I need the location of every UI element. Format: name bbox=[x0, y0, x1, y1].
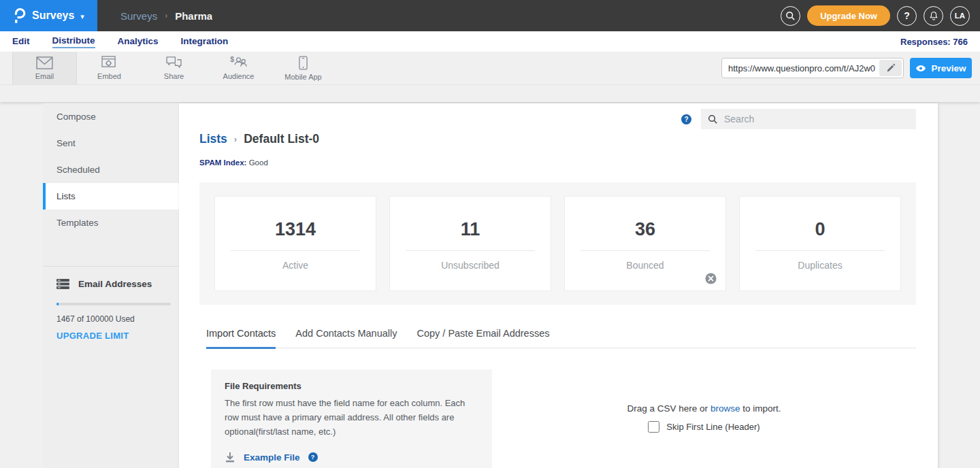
email-usage-text: 1467 of 100000 Used bbox=[56, 314, 165, 324]
tab-copy-paste-email-addresses[interactable]: Copy / Paste Email Addresses bbox=[416, 328, 549, 348]
breadcrumb: Surveys › Pharma bbox=[120, 10, 212, 22]
stat-card-unsubscribed[interactable]: 11 Unsubscribed bbox=[389, 196, 551, 291]
stat-card-duplicates[interactable]: 0 Duplicates bbox=[739, 196, 901, 291]
current-list-name: Default List-0 bbox=[244, 132, 319, 146]
survey-url-input[interactable] bbox=[722, 63, 878, 73]
file-requirements-title: File Requirements bbox=[225, 381, 478, 391]
channel-mobile-app[interactable]: Mobile App bbox=[271, 52, 336, 84]
upgrade-now-button[interactable]: Upgrade Now bbox=[807, 5, 890, 26]
file-requirements-body: The first row must have the field name f… bbox=[225, 397, 470, 439]
stat-value: 0 bbox=[740, 219, 900, 240]
stat-card-active[interactable]: 1314 Active bbox=[214, 196, 376, 291]
channel-tabs: Email Embed Share $ Audience bbox=[12, 52, 336, 84]
edit-url-button[interactable] bbox=[879, 60, 902, 76]
lists-link[interactable]: Lists bbox=[199, 132, 227, 146]
email-sidebar: Compose Sent Scheduled Lists Templates E… bbox=[43, 103, 179, 468]
csv-dropzone[interactable]: Drag a CSV here or browse to import. Ski… bbox=[492, 369, 916, 468]
stat-value: 11 bbox=[390, 219, 551, 240]
tab-edit[interactable]: Edit bbox=[12, 36, 30, 48]
divider bbox=[581, 250, 710, 251]
example-file-help-icon[interactable]: ? bbox=[308, 452, 318, 462]
tab-import-contacts[interactable]: Import Contacts bbox=[206, 328, 276, 349]
survey-url-field bbox=[721, 58, 904, 78]
search-icon bbox=[708, 114, 718, 124]
search-icon bbox=[785, 11, 796, 21]
tab-analytics[interactable]: Analytics bbox=[118, 36, 159, 48]
survey-url-group: Preview bbox=[721, 52, 972, 84]
embed-browser-gear-icon bbox=[101, 56, 117, 69]
stat-label: Active bbox=[215, 260, 376, 271]
dropzone-text: Drag a CSV here or bbox=[627, 403, 710, 414]
channel-email[interactable]: Email bbox=[12, 52, 77, 84]
skip-first-line-checkbox[interactable] bbox=[648, 421, 659, 433]
sidebar-item-compose[interactable]: Compose bbox=[43, 103, 179, 130]
download-icon bbox=[225, 452, 235, 463]
tab-integration[interactable]: Integration bbox=[181, 36, 229, 48]
svg-text:$: $ bbox=[230, 56, 234, 63]
example-file-link[interactable]: Example File bbox=[244, 452, 300, 463]
sidebar-item-scheduled[interactable]: Scheduled bbox=[43, 156, 179, 183]
question-mark-icon: ? bbox=[904, 10, 910, 21]
skip-first-line-label[interactable]: Skip First Line (Header) bbox=[666, 422, 760, 432]
app-menu[interactable]: Surveys ▾ bbox=[0, 0, 97, 31]
list-search-box bbox=[701, 109, 916, 129]
top-header: Surveys ▾ Surveys › Pharma Upgrade Now ?… bbox=[0, 0, 980, 31]
tab-distribute[interactable]: Distribute bbox=[52, 35, 95, 48]
channel-label: Share bbox=[164, 72, 184, 80]
preview-button[interactable]: Preview bbox=[910, 58, 972, 78]
help-icon[interactable]: ? bbox=[681, 114, 691, 124]
stat-label: Unsubscribed bbox=[390, 260, 551, 271]
notifications-button[interactable] bbox=[924, 6, 943, 26]
spam-index-label[interactable]: SPAM Index: bbox=[199, 158, 246, 167]
channel-embed[interactable]: Embed bbox=[77, 52, 142, 84]
header-actions: Upgrade Now ? LA bbox=[781, 5, 970, 26]
channel-share[interactable]: Share bbox=[142, 52, 206, 84]
breadcrumb-separator: › bbox=[234, 134, 237, 144]
questionpro-logo-icon bbox=[13, 7, 26, 24]
list-breadcrumb: Lists › Default List-0 bbox=[199, 132, 319, 146]
mobile-phone-icon bbox=[299, 56, 308, 70]
divider bbox=[231, 250, 360, 251]
sidebar-item-lists[interactable]: Lists bbox=[43, 183, 179, 210]
stat-value: 36 bbox=[565, 219, 725, 240]
lists-panel: ? Lists › Default List-0 SPAM Index: Goo… bbox=[179, 103, 938, 468]
channel-label: Mobile App bbox=[284, 73, 321, 81]
pencil-icon bbox=[886, 63, 896, 73]
email-addresses-section: Email Addresses 1467 of 100000 Used UPGR… bbox=[43, 266, 179, 341]
spam-index: SPAM Index: Good bbox=[199, 158, 268, 167]
help-button[interactable]: ? bbox=[897, 6, 917, 26]
tab-add-contacts-manually[interactable]: Add Contacts Manually bbox=[295, 328, 397, 348]
email-usage-fill bbox=[56, 303, 59, 305]
email-usage-bar bbox=[56, 303, 171, 305]
sidebar-item-templates[interactable]: Templates bbox=[43, 210, 179, 236]
channel-audience[interactable]: $ Audience bbox=[206, 52, 271, 84]
survey-nav: Edit Distribute Analytics Integration Re… bbox=[0, 31, 980, 52]
clear-bounced-icon[interactable] bbox=[705, 273, 717, 284]
audience-people-icon: $ bbox=[230, 56, 248, 69]
breadcrumb-surveys-link[interactable]: Surveys bbox=[120, 10, 157, 22]
stat-label: Duplicates bbox=[740, 260, 900, 271]
browse-link[interactable]: browse bbox=[710, 403, 740, 414]
avatar[interactable]: LA bbox=[950, 6, 970, 26]
channel-label: Embed bbox=[97, 72, 121, 80]
file-requirements-box: File Requirements The first row must hav… bbox=[211, 369, 492, 468]
divider bbox=[755, 250, 885, 251]
stat-card-bounced[interactable]: 36 Bounced bbox=[564, 196, 726, 291]
list-stats: 1314 Active 11 Unsubscribed 36 Bounced 0… bbox=[199, 182, 916, 305]
email-addresses-title: Email Addresses bbox=[78, 279, 152, 289]
dropzone-text: to import. bbox=[740, 403, 781, 414]
address-list-icon bbox=[56, 278, 69, 290]
app-menu-label: Surveys bbox=[32, 10, 74, 22]
sidebar-item-sent[interactable]: Sent bbox=[43, 130, 179, 156]
upgrade-limit-link[interactable]: UPGRADE LIMIT bbox=[56, 331, 165, 341]
preview-label: Preview bbox=[931, 63, 966, 73]
list-search-input[interactable] bbox=[724, 114, 909, 124]
avatar-initials: LA bbox=[955, 12, 965, 20]
channel-label: Email bbox=[35, 72, 54, 80]
share-bubbles-icon bbox=[165, 56, 182, 69]
bell-icon bbox=[929, 11, 938, 21]
responses-count[interactable]: Responses: 766 bbox=[900, 37, 968, 47]
search-button[interactable] bbox=[781, 6, 800, 26]
spam-index-value: Good bbox=[249, 158, 268, 167]
email-envelope-icon bbox=[36, 56, 53, 69]
